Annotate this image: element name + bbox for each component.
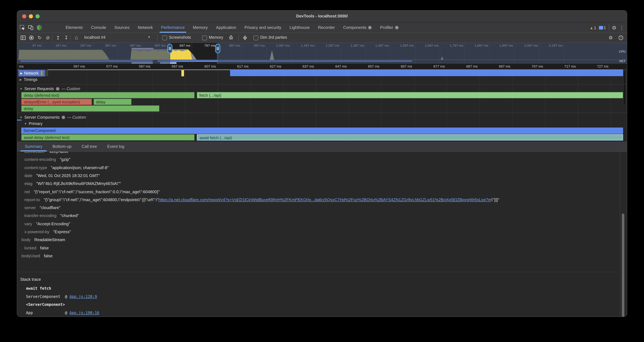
toggle-sidebar-icon[interactable] (20, 34, 26, 41)
screenshots-checkbox[interactable] (162, 36, 167, 40)
flame-bar[interactable]: fetch (.../api) (197, 92, 623, 98)
tab-network[interactable]: Network (134, 23, 157, 33)
header-key: nel (24, 189, 30, 194)
help-icon[interactable]: ? (618, 34, 624, 41)
tab-memory[interactable]: Memory (189, 23, 212, 33)
more-options-kebab-icon[interactable]: ⋮ (619, 25, 624, 31)
upload-profile-icon[interactable]: ↥ (54, 34, 62, 41)
capture-settings-gear-icon[interactable]: ⚙ (607, 34, 614, 41)
server-components-track-header[interactable]: ▼ Server Components — Custom (20, 115, 86, 120)
header-value: "Accept-Encoding" (36, 221, 70, 226)
header-key: connection (24, 152, 44, 154)
tab-label: Components (343, 23, 366, 33)
settings-gear-icon[interactable]: ⚙ (612, 25, 616, 31)
header-value: "cloudflare" (40, 205, 60, 210)
tabbar-right-cluster: ▲1 1 ⚙ ⋮ (590, 23, 624, 33)
flame-scrollbar[interactable] (623, 70, 626, 106)
tab-elements[interactable]: Elements (62, 23, 87, 33)
tab-privacy-and-security[interactable]: Privacy and security (240, 23, 286, 33)
inspect-element-icon[interactable] (20, 25, 25, 31)
performance-toolbar: ↻ ⊘ ↥ ↧ ⌂ localhost #4 ▼ Screenshots Mem… (17, 33, 627, 43)
tab-sources[interactable]: Sources (110, 23, 134, 33)
header-value: "chunked" (60, 213, 79, 218)
timings-track-header[interactable]: ▶ Timings (20, 77, 38, 82)
network-request-bar[interactable] (230, 70, 623, 76)
flame-bar[interactable]: delay (deferred text) (21, 92, 194, 98)
tab-profiler[interactable]: Profiler (376, 23, 403, 33)
stack-frame: ServerComponent @ App.js:128:9 (26, 294, 97, 299)
record-button[interactable] (28, 34, 35, 41)
flame-bar[interactable]: await delay (deferred text) (21, 134, 194, 141)
tab-label: Network (138, 23, 153, 33)
ruler-label: 667 ms (390, 64, 412, 68)
tab-application[interactable]: Application (212, 23, 240, 33)
profile-select-caret-icon[interactable]: ▼ (148, 36, 150, 39)
garbage-collect-icon[interactable] (228, 34, 234, 41)
tab-label: Performance (161, 23, 185, 33)
server-requests-track-header[interactable]: ▼ Server Requests — Custom (20, 87, 80, 91)
flame-bar[interactable]: delay (21, 105, 160, 112)
selection-left-handle[interactable] (167, 44, 172, 53)
primary-thread-header[interactable]: ▼ Primary (24, 122, 42, 126)
header-value: "W/\"4b1-RjEJloX9kRinu6F0MAZMmy6E5iA\"" (36, 181, 121, 186)
details-scrollbar-thumb[interactable] (622, 213, 624, 317)
source-location-link[interactable]: App.js:128:9 (70, 294, 97, 299)
details-tab-summary[interactable]: Summary (20, 142, 48, 151)
flame-chart[interactable]: ▶ Network ▶ Timings ▼ Server Requests — … (17, 70, 627, 142)
ruler-label: 677 ms (423, 64, 445, 68)
reload-and-record-button[interactable]: ↻ (36, 34, 43, 41)
track-drag-handle-icon[interactable] (40, 71, 43, 75)
ruler-label: 617 ms (226, 64, 249, 68)
flame-bar[interactable]: delayedError (...ayed exception) (21, 99, 92, 105)
track-divider (17, 84, 627, 84)
tab-performance[interactable]: Performance (157, 23, 189, 33)
header-value: false (44, 253, 52, 258)
header-value: false (40, 245, 49, 250)
header-value: ReadableStream (34, 237, 65, 242)
network-track-header[interactable]: ▶ Network (18, 70, 45, 77)
expand-triangle-icon[interactable]: ▼ (20, 116, 22, 119)
memory-checkbox[interactable] (202, 36, 207, 40)
ruler-label: 707 ms (521, 64, 543, 68)
flame-bar[interactable]: ServerComponent (21, 128, 623, 134)
tab-components[interactable]: Components (339, 23, 376, 33)
header-row: server"cloudflare" (24, 205, 620, 210)
details-tab-call-tree[interactable]: Call tree (76, 142, 102, 151)
timeline-overview[interactable]: 97 ms197 ms297 ms397 ms497 ms597 ms697 m… (17, 43, 627, 64)
download-profile-icon[interactable]: ↧ (63, 34, 70, 41)
collapse-tracks-icon[interactable] (242, 34, 248, 41)
warning-badge[interactable]: ▲1 (590, 25, 596, 31)
source-location-link[interactable]: App.js:190:16 (70, 310, 99, 315)
dim-3rd-parties-checkbox[interactable] (254, 36, 258, 40)
expand-triangle-icon[interactable]: ▼ (24, 122, 27, 125)
nodejs-icon[interactable] (36, 25, 42, 31)
network-event-marker[interactable] (181, 70, 184, 77)
flame-bar[interactable]: delay (94, 99, 132, 105)
devtools-window: DevTools - localhost:3000/ ElementsConso… (17, 11, 627, 317)
device-toolbar-icon[interactable] (28, 25, 34, 31)
details-tab-event-log[interactable]: Event log (102, 142, 129, 151)
expand-triangle-icon[interactable]: ▼ (20, 87, 22, 90)
timings-track-label: Timings (24, 77, 38, 82)
details-tabbar: SummaryBottom-upCall treeEvent log (17, 142, 627, 152)
tab-console[interactable]: Console (87, 23, 110, 33)
details-tab-bottom-up[interactable]: Bottom-up (48, 142, 76, 151)
stack-frame: <ServerComponent> (26, 302, 65, 307)
collapse-triangle-icon[interactable]: ▶ (20, 78, 22, 81)
flame-bar[interactable]: await fetch (.../api) (197, 134, 623, 141)
home-icon[interactable]: ⌂ (73, 34, 80, 41)
react-atom-icon (368, 26, 372, 30)
message-badge[interactable]: 1 (599, 25, 606, 30)
profile-select[interactable]: localhost #4 (84, 35, 106, 40)
clear-button[interactable]: ⊘ (44, 34, 51, 41)
collapse-triangle-icon[interactable]: ▶ (20, 72, 22, 75)
cpu-track-label: CPU (619, 50, 626, 53)
selection-right-handle[interactable] (215, 44, 220, 53)
custom-track-suffix: — Custom (67, 115, 86, 120)
divider (157, 35, 158, 41)
tab-lighthouse[interactable]: Lighthouse (286, 23, 314, 33)
header-row: nel"{\"report_to\":\"cf-nel\",\"success_… (24, 189, 620, 194)
tab-recorder[interactable]: Recorder (314, 23, 339, 33)
divider (238, 35, 239, 41)
header-value-link[interactable]: https://a.nel.cloudflare.com/report/v4?s… (158, 197, 492, 202)
